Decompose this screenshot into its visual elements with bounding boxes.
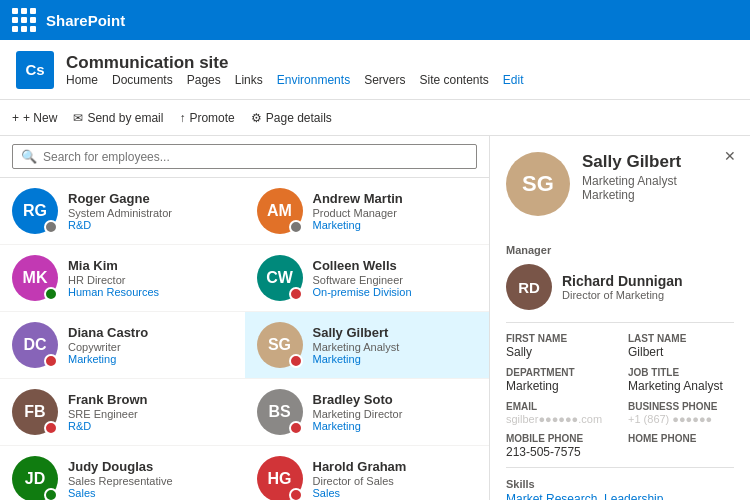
employee-name: Diana Castro — [68, 325, 148, 342]
last-name-label: Last Name — [628, 333, 734, 344]
search-bar: 🔍 — [0, 136, 489, 178]
nav-servers[interactable]: Servers — [364, 73, 405, 87]
nav-site-contents[interactable]: Site contents — [419, 73, 488, 87]
mobile-phone-label: Mobile Phone — [506, 433, 612, 444]
employee-card[interactable]: CWColleen WellsSoftware EngineerOn-premi… — [245, 245, 490, 312]
employee-name: Bradley Soto — [313, 392, 403, 409]
first-name-field: First Name Sally — [506, 333, 612, 359]
employee-dept: Sales — [313, 487, 407, 499]
first-name-label: First Name — [506, 333, 612, 344]
employee-dept: Marketing — [313, 420, 403, 432]
manager-section-label: Manager — [506, 244, 734, 256]
employee-info: Andrew MartinProduct ManagerMarketing — [313, 191, 403, 232]
employee-name: Judy Douglas — [68, 459, 173, 476]
employee-name: Andrew Martin — [313, 191, 403, 208]
employee-info: Sally GilbertMarketing AnalystMarketing — [313, 325, 400, 366]
employee-name: Harold Graham — [313, 459, 407, 476]
business-phone-field: Business Phone +1 (867) ●●●●●● — [628, 401, 734, 425]
email-icon: ✉ — [73, 111, 83, 125]
employee-card[interactable]: RGRoger GagneSystem AdministratorR&D — [0, 178, 245, 245]
manager-card[interactable]: RD Richard Dunnigan Director of Marketin… — [506, 264, 734, 310]
site-info: Communication site Home Documents Pages … — [66, 53, 524, 87]
send-by-email-button[interactable]: ✉ Send by email — [73, 111, 163, 125]
employee-title: Marketing Analyst — [313, 341, 400, 353]
avatar-wrap: SG — [257, 322, 303, 368]
search-icon: 🔍 — [21, 149, 37, 164]
job-title-label: Job Title — [628, 367, 734, 378]
page-details-icon: ⚙ — [251, 111, 262, 125]
nav-links: Home Documents Pages Links Environments … — [66, 73, 524, 87]
nav-documents[interactable]: Documents — [112, 73, 173, 87]
business-phone-value: +1 (867) ●●●●●● — [628, 413, 734, 425]
email-field: Email sgilber●●●●●●.com — [506, 401, 612, 425]
promote-button[interactable]: ↑ Promote — [179, 111, 234, 125]
employee-card[interactable]: AMAndrew MartinProduct ManagerMarketing — [245, 178, 490, 245]
nav-pages[interactable]: Pages — [187, 73, 221, 87]
site-name: Communication site — [66, 53, 524, 73]
status-badge — [289, 488, 303, 500]
avatar-wrap: HG — [257, 456, 303, 500]
manager-title: Director of Marketing — [562, 289, 683, 301]
avatar-wrap: JD — [12, 456, 58, 500]
skills-value: Market Research, Leadership — [506, 492, 734, 500]
close-button[interactable]: ✕ — [720, 146, 740, 166]
promote-label: Promote — [189, 111, 234, 125]
nav-links[interactable]: Links — [235, 73, 263, 87]
employee-dept: On-premise Division — [313, 286, 412, 298]
new-button[interactable]: + + New — [12, 111, 57, 125]
profile-header: SG Sally Gilbert Marketing Analyst Marke… — [506, 152, 734, 228]
job-title-value: Marketing Analyst — [628, 379, 734, 393]
employee-info: Harold GrahamDirector of SalesSales — [313, 459, 407, 500]
search-input-wrap[interactable]: 🔍 — [12, 144, 477, 169]
employee-title: HR Director — [68, 274, 159, 286]
employee-card[interactable]: DCDiana CastroCopywriterMarketing — [0, 312, 245, 379]
employee-info: Colleen WellsSoftware EngineerOn-premise… — [313, 258, 412, 299]
last-name-field: Last Name Gilbert — [628, 333, 734, 359]
employee-card[interactable]: SGSally GilbertMarketing AnalystMarketin… — [245, 312, 490, 379]
avatar-wrap: CW — [257, 255, 303, 301]
nav-home[interactable]: Home — [66, 73, 98, 87]
employee-info: Diana CastroCopywriterMarketing — [68, 325, 148, 366]
employee-card[interactable]: JDJudy DouglasSales RepresentativeSales — [0, 446, 245, 500]
skill-leadership[interactable]: Leadership — [604, 492, 663, 500]
manager-info: Richard Dunnigan Director of Marketing — [562, 273, 683, 301]
nav-area: Cs Communication site Home Documents Pag… — [0, 40, 750, 100]
profile-dept: Marketing — [582, 188, 681, 202]
avatar-wrap: FB — [12, 389, 58, 435]
mobile-phone-value: 213-505-7575 — [506, 445, 612, 459]
search-input[interactable] — [43, 150, 468, 164]
profile-avatar: SG — [506, 152, 570, 216]
avatar-wrap: BS — [257, 389, 303, 435]
employee-dept: Marketing — [313, 353, 400, 365]
skills-section: Skills Market Research, Leadership — [506, 478, 734, 500]
employee-dept: Sales — [68, 487, 173, 499]
skill-market-research[interactable]: Market Research — [506, 492, 597, 500]
nav-environments[interactable]: Environments — [277, 73, 350, 87]
nav-edit[interactable]: Edit — [503, 73, 524, 87]
status-badge — [289, 354, 303, 368]
employee-card[interactable]: BSBradley SotoMarketing DirectorMarketin… — [245, 379, 490, 446]
employee-name: Sally Gilbert — [313, 325, 400, 342]
employee-grid: RGRoger GagneSystem AdministratorR&DAMAn… — [0, 178, 489, 500]
app-launcher-button[interactable] — [12, 8, 36, 32]
employee-name: Frank Brown — [68, 392, 147, 409]
mobile-phone-field: Mobile Phone 213-505-7575 — [506, 433, 612, 459]
send-email-label: Send by email — [87, 111, 163, 125]
avatar-wrap: RG — [12, 188, 58, 234]
page-details-button[interactable]: ⚙ Page details — [251, 111, 332, 125]
manager-avatar: RD — [506, 264, 552, 310]
department-label: Department — [506, 367, 612, 378]
home-phone-field: Home Phone — [628, 433, 734, 459]
employee-card[interactable]: FBFrank BrownSRE EngineerR&D — [0, 379, 245, 446]
business-phone-label: Business Phone — [628, 401, 734, 412]
employee-card[interactable]: HGHarold GrahamDirector of SalesSales — [245, 446, 490, 500]
status-badge — [44, 354, 58, 368]
status-badge — [289, 220, 303, 234]
new-icon: + — [12, 111, 19, 125]
status-badge — [289, 287, 303, 301]
employee-title: SRE Engineer — [68, 408, 147, 420]
app-title: SharePoint — [46, 12, 125, 29]
top-bar: SharePoint — [0, 0, 750, 40]
employee-card[interactable]: MKMia KimHR DirectorHuman Resources — [0, 245, 245, 312]
employee-title: System Administrator — [68, 207, 172, 219]
